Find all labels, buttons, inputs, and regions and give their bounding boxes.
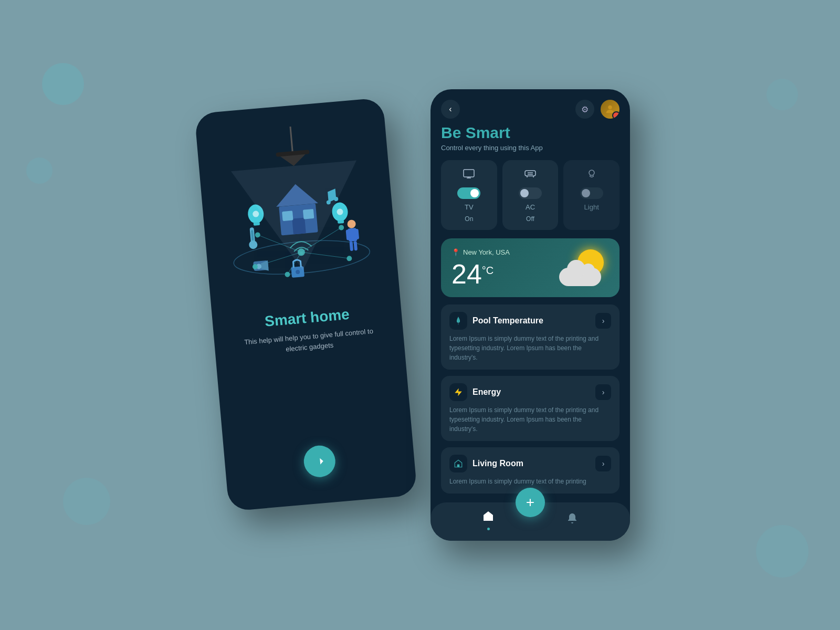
nav-home[interactable] — [482, 510, 495, 530]
settings-button[interactable]: ⚙ — [575, 100, 594, 119]
cloud-icon — [559, 268, 601, 286]
svg-point-40 — [608, 106, 612, 109]
energy-description: Lorem Ipsum is simply dummy text of the … — [449, 405, 611, 434]
device-card-tv[interactable]: TV On — [441, 160, 497, 230]
be-smart-title: Be Smart — [441, 124, 620, 142]
avatar[interactable] — [601, 100, 620, 119]
svg-point-49 — [589, 170, 594, 175]
energy-title: Energy — [472, 387, 501, 397]
left-phone-title: Smart home — [264, 306, 350, 330]
tv-status: On — [465, 215, 473, 223]
ac-icon — [524, 167, 537, 183]
energy-title-area: Energy — [449, 383, 501, 401]
living-room-title-area: Living Room — [449, 455, 523, 472]
energy-card[interactable]: Energy › Lorem Ipsum is simply dummy tex… — [441, 376, 620, 441]
bottom-navigation: + — [430, 502, 630, 541]
svg-rect-41 — [464, 170, 474, 177]
right-phone-content: Be Smart Control every thing using this … — [430, 124, 630, 502]
left-phone-subtitle: This help will help you to give full con… — [225, 324, 394, 360]
device-card-ac[interactable]: AC Off — [502, 160, 559, 230]
active-nav-dot — [487, 528, 490, 530]
svg-rect-44 — [525, 171, 536, 176]
pool-card-header: Pool Temperature › — [449, 312, 611, 330]
phone-right: ‹ ⚙ Be Smart Control every thing using t… — [430, 89, 630, 541]
next-button[interactable] — [302, 444, 337, 478]
lamp-area — [207, 119, 390, 312]
svg-marker-54 — [455, 388, 462, 396]
tv-toggle[interactable] — [457, 187, 480, 199]
light-label: Light — [584, 203, 599, 211]
weather-location: 📍 New York, USA — [452, 248, 510, 256]
pool-description: Lorem Ipsum is simply dummy text of the … — [449, 334, 611, 362]
ac-label: AC — [526, 203, 535, 211]
phone-left: Smart home This help will help you to gi… — [194, 98, 417, 511]
bell-nav-icon — [566, 512, 579, 528]
phones-container: Smart home This help will help you to gi… — [210, 89, 630, 541]
tv-label: TV — [465, 203, 474, 211]
weather-icon — [556, 247, 609, 289]
be-smart-subtitle: Control every thing using this App — [441, 144, 620, 152]
pool-title-area: Pool Temperature — [449, 312, 543, 330]
pool-title: Pool Temperature — [472, 316, 543, 326]
living-room-header: Living Room › — [449, 455, 611, 472]
weather-temperature: 24°C — [452, 260, 510, 288]
weather-card: 📍 New York, USA 24°C — [441, 238, 620, 297]
light-toggle[interactable] — [580, 187, 603, 199]
back-button[interactable]: ‹ — [441, 100, 460, 119]
pool-chevron[interactable]: › — [595, 313, 611, 329]
device-card-light[interactable]: Light — [563, 160, 620, 230]
svg-point-38 — [285, 271, 290, 277]
nav-notifications[interactable] — [566, 512, 579, 528]
living-room-description: Lorem Ipsum is simply dummy text of the … — [449, 477, 611, 486]
pool-icon-box — [449, 312, 467, 330]
living-room-title: Living Room — [472, 459, 523, 468]
location-pin-icon: 📍 — [452, 248, 460, 256]
right-phone-header: ‹ ⚙ — [430, 89, 630, 124]
weather-info: 📍 New York, USA 24°C — [452, 248, 510, 288]
header-icons: ⚙ — [575, 100, 620, 119]
tv-icon — [463, 167, 475, 183]
add-button[interactable]: + — [516, 488, 545, 517]
home-nav-icon — [482, 510, 495, 526]
living-room-card[interactable]: Living Room › Lorem Ipsum is simply dumm… — [441, 447, 620, 494]
energy-chevron[interactable]: › — [595, 384, 611, 400]
living-room-chevron[interactable]: › — [595, 456, 611, 471]
energy-card-header: Energy › — [449, 383, 611, 401]
light-icon — [585, 167, 598, 183]
ac-toggle[interactable] — [519, 187, 542, 199]
svg-rect-55 — [457, 465, 460, 467]
light-beam — [231, 160, 366, 276]
pool-temperature-card[interactable]: Pool Temperature › Lorem Ipsum is simply… — [441, 304, 620, 370]
device-controls: TV On AC — [441, 160, 620, 230]
living-room-icon-box — [449, 455, 467, 472]
ac-status: Off — [526, 215, 534, 223]
energy-icon-box — [449, 383, 467, 401]
